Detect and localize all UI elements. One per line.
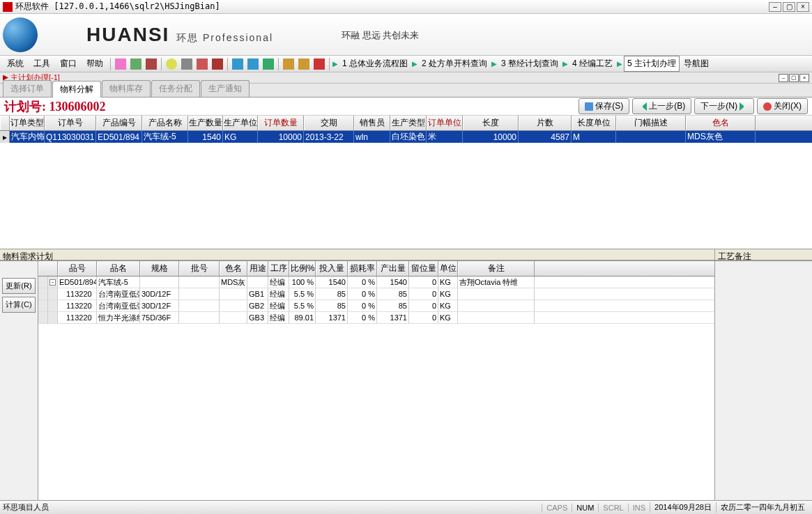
toolbar-icon[interactable] [130,59,141,70]
toolbar-icon[interactable] [197,59,208,70]
column-header[interactable]: 片数 [519,116,572,130]
column-header[interactable]: 用途 [247,261,268,276]
column-header[interactable]: 色名 [220,261,247,276]
tree-cell: 85 [377,300,409,311]
help-icon[interactable] [166,59,177,70]
table-cell: 10000 [258,131,304,143]
tree-row[interactable]: 113220恒力半光涤纶丝75D/36FGB3经编89.0113710 %137… [38,312,714,324]
column-header[interactable]: 销售员 [354,116,390,130]
nav-step-2[interactable]: 2 处方单开料查询 [419,56,490,71]
tab-material-breakdown[interactable]: 物料分解 [52,81,101,98]
tree-cell: 经编 [268,312,289,323]
toolbar-icon[interactable] [232,59,243,70]
column-header[interactable]: 产出量 [377,261,409,276]
toolbar-icon[interactable] [115,59,126,70]
column-header[interactable]: 品名 [97,261,140,276]
tree-cell: 89.01 [289,312,316,323]
tree-cell: 100 % [289,277,316,288]
menubar: 系统 工具 窗口 帮助 ▶ 1 总体业务流程图 ▶ 2 处方单开料查询 ▶ 3 … [0,56,812,72]
column-header[interactable]: 门幅描述 [616,116,686,130]
column-header[interactable]: 比例% [289,261,316,276]
toolbar-icon[interactable] [263,59,274,70]
column-header[interactable]: 单位 [438,261,458,276]
save-button[interactable]: 保存(S) [579,98,629,114]
toolbar-icon[interactable] [283,59,294,70]
expander-icon[interactable]: - [49,279,56,286]
tab-material-stock[interactable]: 物料库存 [102,80,151,97]
nav-arrow-icon: ▶ [332,60,338,68]
save-icon [585,102,593,111]
column-header[interactable]: 留位量 [409,261,438,276]
tree-cell: GB3 [247,312,268,323]
toolbar-icon[interactable] [298,59,309,70]
tree-row[interactable]: 113220台湾南亚低弹丝30D/12FGB2经编5.5 %850 %850KG [38,300,714,312]
column-header[interactable]: 规格 [140,261,179,276]
table-cell [616,131,686,143]
column-header[interactable]: 生产数量 [188,116,223,130]
table-cell: 汽车绒-5 [142,131,188,143]
column-header[interactable]: 备注 [458,261,535,276]
craft-note-panel[interactable] [714,261,812,501]
tree-row[interactable]: 113220台湾南亚低弹丝30D/12FGB1经编5.5 %850 %850KG [38,288,714,300]
toolbar-icon[interactable] [247,59,259,70]
column-header[interactable]: 产品名称 [142,116,188,130]
column-header[interactable]: 批号 [179,261,220,276]
nav-step-nav[interactable]: 导航图 [681,56,712,71]
tree-cell: 0 [409,288,438,299]
child-window-controls: – ▢ × [779,74,809,82]
toolbar-icon[interactable] [212,59,223,70]
prev-button[interactable]: 上一步(B) [632,98,691,114]
brand-logo: HUANSI 环思 Professional [86,24,273,46]
table-cell: 2013-3-22 [304,131,354,143]
refresh-button[interactable]: 更新(R) [2,278,36,294]
tree-cell [220,312,247,323]
column-header[interactable]: 产品编号 [96,116,142,130]
column-header[interactable]: 色名 [686,116,756,130]
plan-header: 计划号: 130606002 保存(S) 上一步(B) 下一步(N) 关闭(X) [0,98,812,116]
column-header[interactable]: 工序 [268,261,289,276]
column-header[interactable]: 交期 [304,116,354,130]
column-header[interactable]: 订单数量 [258,116,304,130]
menu-tools[interactable]: 工具 [29,56,54,71]
child-max-button[interactable]: ▢ [789,74,799,82]
column-header[interactable]: 损耗率 [348,261,377,276]
close-button[interactable]: × [797,2,809,12]
tree-cell [247,277,268,288]
column-header[interactable]: 订单单位 [427,116,463,130]
menu-help[interactable]: 帮助 [82,56,107,71]
tree-cell [140,277,179,288]
tree-cell: MDS灰 [220,277,247,288]
toolbar-icon[interactable] [181,59,192,70]
toolbar-icon[interactable] [146,59,157,70]
tab-select-order[interactable]: 选择订单 [3,80,52,97]
calc-button[interactable]: 计算(C) [2,297,36,313]
nav-step-1[interactable]: 1 总体业务流程图 [339,56,411,71]
column-header[interactable]: 订单号 [45,116,96,130]
table-cell: 4587 [519,131,572,143]
nav-step-5[interactable]: 5 主计划办理 [624,56,680,72]
minimize-button[interactable]: – [769,2,781,12]
nav-step-3[interactable]: 3 整经计划查询 [498,56,561,71]
status-num: NUM [572,504,598,512]
column-header[interactable]: 生产类型 [390,116,427,130]
column-header[interactable]: 订单类型 [10,116,45,130]
stop-icon[interactable] [314,59,325,70]
maximize-button[interactable]: ▢ [783,2,795,12]
column-header[interactable]: 品号 [58,261,97,276]
column-header[interactable]: 长度 [463,116,519,130]
next-button[interactable]: 下一步(N) [694,98,754,114]
close-panel-button[interactable]: 关闭(X) [757,98,808,114]
menu-system[interactable]: 系统 [3,56,28,71]
tree-cell: 吉翔Octavia 特维 [458,277,535,288]
column-header[interactable]: 生产单位 [223,116,258,130]
child-close-button[interactable]: × [799,74,809,82]
menu-window[interactable]: 窗口 [56,56,81,71]
tab-task-assign[interactable]: 任务分配 [151,80,200,97]
column-header[interactable]: 长度单位 [572,116,616,130]
tab-production-notice[interactable]: 生产通知 [201,80,250,97]
tree-row[interactable]: -ED501/894汽车绒-5MDS灰经编100 %15400 %15400KG… [38,277,714,288]
table-row[interactable]: ▸汽车内饰Q113030031ED501/894汽车绒-51540KG10000… [0,131,812,143]
column-header[interactable]: 投入量 [316,261,348,276]
nav-step-4[interactable]: 4 经编工艺 [569,56,615,71]
child-min-button[interactable]: – [779,74,788,82]
